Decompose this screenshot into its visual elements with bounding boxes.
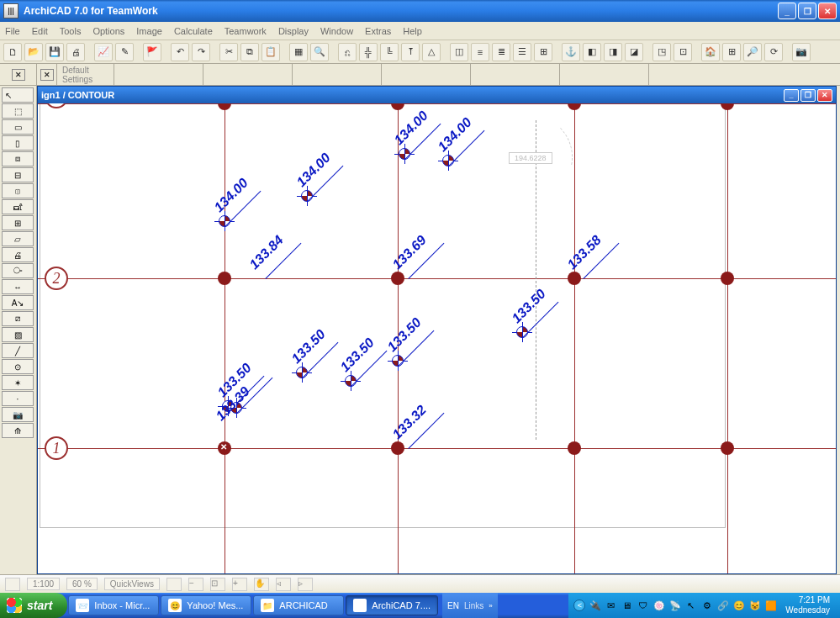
toggle-button-2[interactable]: ≡ [471,43,489,61]
menu-options[interactable]: Options [92,26,124,36]
spot-level[interactable]: 134.00 [299,188,314,203]
view-button[interactable]: ⊞ [722,43,741,61]
spot-level[interactable]: 133.84 [257,266,272,281]
tray-icon[interactable]: ⚙ [700,600,713,612]
menu-image[interactable]: Image [136,26,162,36]
close-button[interactable]: ✕ [818,3,837,19]
menu-file[interactable]: File [5,26,20,36]
menu-edit[interactable]: Edit [32,26,48,36]
home-button[interactable]: 🏠 [701,43,720,61]
tray-expand-button[interactable]: < [573,600,585,611]
tool-button-5[interactable]: △ [422,43,441,61]
spot-level[interactable]: 133.32 [400,436,415,451]
slab-tool[interactable]: ▱ [2,231,34,246]
menu-calculate[interactable]: Calculate [174,26,213,36]
layer-button-1[interactable]: ◧ [583,43,601,61]
stair-tool[interactable]: ⟰ [2,423,34,438]
document-titlebar[interactable]: ign1 / CONTOUR _ ❐ ✕ [38,87,836,103]
layer-button-2[interactable]: ◨ [604,43,622,61]
status-icon-1[interactable] [5,578,20,591]
maximize-button[interactable]: ❐ [798,3,816,19]
tray-icon[interactable]: 🟧 [764,600,777,612]
dimension-tool[interactable]: ↔ [2,279,34,294]
spline-tool[interactable]: ✶ [2,375,34,390]
door-tool[interactable]: ⎅ [2,183,34,198]
info-cell-3[interactable] [293,64,382,85]
lamp-tool[interactable]: ⊞ [2,215,34,230]
tray-icon[interactable]: 🛡 [637,600,649,612]
refresh-button[interactable]: ⟳ [764,43,783,61]
tray-icon[interactable]: 🔌 [589,600,601,612]
minimize-button[interactable]: _ [778,3,796,19]
tray-icon[interactable]: 🔗 [716,600,729,612]
language-bar[interactable]: EN Links » [442,593,498,618]
tray-icon[interactable]: 🍥 [652,600,665,612]
cut-button[interactable]: ✂ [219,43,238,61]
plot-button[interactable]: 📈 [94,43,113,61]
paste-button[interactable]: 📋 [262,43,280,61]
tool-button-2[interactable]: ╬ [359,43,378,61]
toolbox-close-button[interactable]: ✕ [12,69,25,81]
beam-tool[interactable]: ⧈ [2,151,34,166]
spot-level[interactable]: 133.50 [515,325,530,340]
nav-button-1[interactable]: ◳ [652,43,671,61]
print-button[interactable]: 🖨 [66,43,85,61]
menu-tools[interactable]: Tools [60,26,82,36]
column-tool[interactable]: ▯ [2,135,34,151]
tool-button-3[interactable]: ╚ [380,43,399,61]
open-button[interactable]: 📂 [24,43,43,61]
info-cell-1[interactable] [114,64,203,85]
undo-button[interactable]: ↶ [171,43,189,61]
marquee-tool[interactable]: ⬚ [2,103,34,119]
copy-button[interactable]: ⧉ [240,43,259,61]
spot-level[interactable]: 134.00 [217,214,232,229]
spot-level[interactable]: 134.00 [441,153,456,168]
prev-view-button[interactable]: ◃ [276,578,291,591]
layer-button-3[interactable]: ◪ [625,43,643,61]
drawing-canvas[interactable]: 123194.6228134.00134.00134.00134.00133.5… [38,103,836,573]
status-zoom[interactable]: 60 % [66,578,98,590]
doc-minimize-button[interactable]: _ [784,89,799,102]
mesh-tool[interactable]: ⧃ [2,263,34,278]
info-cell-5[interactable] [471,64,560,85]
camera-button[interactable]: 📷 [792,43,811,61]
object-tool[interactable]: 🛋 [2,199,34,214]
roof-tool[interactable]: 🖨 [2,247,34,262]
taskbar-task[interactable]: 😊Yahoo! Mes... [161,595,251,615]
zoom-100-button[interactable]: ⊡ [210,578,225,591]
taskbar-task[interactable]: 📁ARCHICAD [253,595,344,615]
redo-button[interactable]: ↷ [192,43,210,61]
camera-tool[interactable]: 📷 [2,407,34,422]
nav-button-2[interactable]: ⊡ [674,43,692,61]
text-tool[interactable]: A↘ [2,295,34,310]
menu-help[interactable]: Help [403,26,422,36]
fit-button[interactable]: 🔎 [743,43,762,61]
doc-maximize-button[interactable]: ❐ [800,89,816,102]
window-tool[interactable]: ⊟ [2,167,34,182]
toggle-button-1[interactable]: ◫ [450,43,468,61]
new-button[interactable]: 🗋 [3,43,22,61]
tool-button-1[interactable]: ⎌ [338,43,357,61]
menu-extras[interactable]: Extras [365,26,391,36]
spot-level[interactable]: 134.00 [397,146,412,161]
pan-button[interactable]: ✋ [254,578,269,591]
edit-button[interactable]: ✎ [115,43,134,61]
menu-display[interactable]: Display [278,26,309,36]
tray-icon[interactable]: ✉ [605,600,617,612]
tray-icon[interactable]: 😺 [748,600,761,612]
label-tool[interactable]: ⧄ [2,311,34,326]
fill-tool[interactable]: ▨ [2,327,34,342]
tray-icon[interactable]: ↖ [684,600,697,612]
grid-button[interactable]: ▦ [289,43,308,61]
tray-icon[interactable]: 🖥 [621,600,633,612]
toggle-button-4[interactable]: ☰ [513,43,531,61]
menu-teamwork[interactable]: Teamwork [225,26,267,36]
start-button[interactable]: start [0,593,67,618]
spot-level[interactable]: 133.50 [294,365,309,380]
zoom-in-button[interactable]: + [232,578,247,591]
tray-icon[interactable]: 📡 [668,600,681,612]
anchor-button[interactable]: ⚓ [562,43,580,61]
spot-level[interactable]: 133.39 [229,400,244,415]
tray-icon[interactable]: 😊 [732,600,745,612]
wall-tool[interactable]: ▭ [2,119,34,135]
